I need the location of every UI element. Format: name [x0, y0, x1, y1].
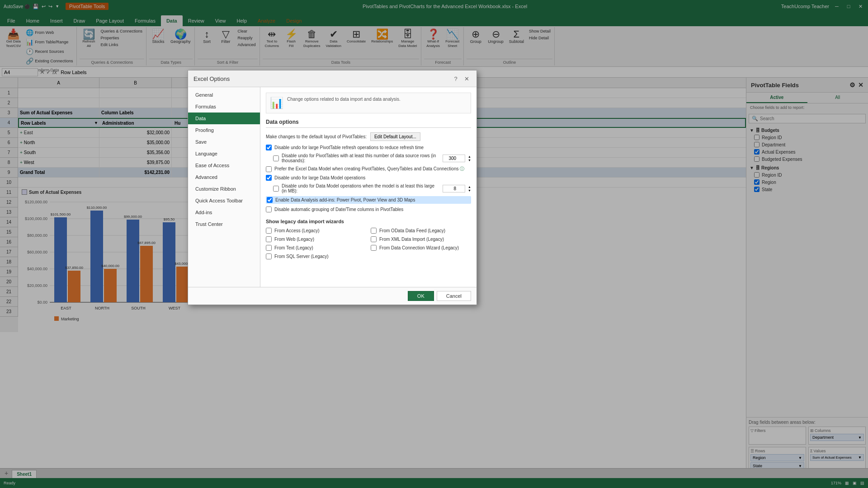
data-model-size-input[interactable] — [443, 185, 465, 192]
undo-pivot-nested-label: Disable undo for PivotTables with at lea… — [282, 153, 440, 163]
data-model-size-checkbox[interactable] — [273, 186, 279, 192]
nav-ease-of-access[interactable]: Ease of Access — [188, 160, 260, 171]
legacy-xml: From XML Data Import (Legacy) — [371, 236, 471, 242]
nav-add-ins[interactable]: Add-ins — [188, 206, 260, 218]
dialog-title-text: Excel Options — [193, 75, 230, 82]
legacy-odata-label: From OData Data Feed (Legacy) — [379, 228, 445, 233]
dialog-section-title: Data options — [266, 119, 471, 128]
data-options-icon: 📊 — [270, 97, 283, 109]
dialog-body: General Formulas Data Proofing Save Lang… — [188, 87, 476, 287]
legacy-col1: From Access (Legacy) From Web (Legacy) F… — [266, 228, 366, 262]
nav-general[interactable]: General — [188, 89, 260, 101]
disable-undo-pivot-checkbox[interactable] — [266, 145, 272, 150]
dialog-intro: 📊 Change options related to data import … — [266, 93, 471, 113]
legacy-web-checkbox[interactable] — [266, 236, 272, 242]
legacy-text-checkbox[interactable] — [266, 245, 272, 251]
nav-proofing[interactable]: Proofing — [188, 124, 260, 136]
legacy-text-label: From Text (Legacy) — [274, 245, 313, 250]
undo-pivot-spin-up[interactable]: ▲ — [468, 155, 471, 158]
enable-data-analysis-checkbox[interactable] — [267, 197, 273, 203]
disable-grouping-checkbox[interactable] — [266, 206, 272, 212]
dialog-overlay: Excel Options ? ✕ General Formulas Data … — [0, 0, 868, 488]
dialog-title-bar: Excel Options ? ✕ — [188, 70, 476, 87]
legacy-access-checkbox[interactable] — [266, 228, 272, 234]
edit-default-layout-btn[interactable]: Edit Default Layout... — [370, 132, 420, 141]
legacy-odata-checkbox[interactable] — [371, 228, 377, 234]
nav-customize-ribbon[interactable]: Customize Ribbon — [188, 183, 260, 195]
make-changes-row: Make changes to the default layout of Pi… — [266, 132, 471, 141]
data-model-spin-down[interactable]: ▼ — [468, 189, 471, 192]
nav-data[interactable]: Data — [188, 113, 260, 124]
option-data-model-size: Disable undo for Data Model operations w… — [273, 183, 471, 193]
undo-pivot-nested-checkbox[interactable] — [273, 155, 279, 161]
prefer-data-model-checkbox[interactable] — [266, 166, 272, 172]
nav-save[interactable]: Save — [188, 136, 260, 148]
disable-undo-data-model-label: Disable undo for large Data Model operat… — [274, 175, 365, 180]
dialog-intro-text: Change options related to data import an… — [287, 97, 401, 102]
disable-undo-data-model-checkbox[interactable] — [266, 175, 272, 181]
legacy-grid: From Access (Legacy) From Web (Legacy) F… — [266, 228, 471, 262]
undo-pivot-spin-down[interactable]: ▼ — [468, 159, 471, 162]
disable-undo-pivot-label: Disable undo for large PivotTable refres… — [274, 145, 424, 150]
nav-language[interactable]: Language — [188, 148, 260, 160]
cancel-button[interactable]: Cancel — [437, 291, 471, 301]
legacy-xml-checkbox[interactable] — [371, 236, 377, 242]
legacy-web: From Web (Legacy) — [266, 236, 366, 242]
legacy-data-connection-checkbox[interactable] — [371, 245, 377, 251]
prefer-data-model-label: Prefer the Excel Data Model when creatin… — [274, 166, 464, 172]
legacy-title: Show legacy data import wizards — [266, 219, 471, 224]
legacy-text: From Text (Legacy) — [266, 245, 366, 251]
legacy-section: Show legacy data import wizards From Acc… — [266, 219, 471, 262]
dialog-close-btn[interactable]: ✕ — [462, 74, 471, 83]
make-changes-label: Make changes to the default layout of Pi… — [266, 134, 367, 139]
enable-data-analysis-label: Enable Data Analysis add-ins: Power Pivo… — [275, 197, 415, 202]
option-disable-undo-pivot: Disable undo for large PivotTable refres… — [266, 145, 471, 150]
legacy-odata: From OData Data Feed (Legacy) — [371, 228, 471, 234]
legacy-data-connection-label: From Data Connection Wizard (Legacy) — [379, 245, 459, 250]
dialog-nav: General Formulas Data Proofing Save Lang… — [188, 87, 260, 287]
legacy-col2: From OData Data Feed (Legacy) From XML D… — [371, 228, 471, 262]
option-prefer-data-model: Prefer the Excel Data Model when creatin… — [266, 166, 471, 172]
nav-quick-access[interactable]: Quick Access Toolbar — [188, 195, 260, 206]
disable-grouping-label: Disable automatic grouping of Date/Time … — [274, 207, 403, 212]
excel-options-dialog: Excel Options ? ✕ General Formulas Data … — [188, 70, 477, 305]
option-enable-data-analysis: Enable Data Analysis add-ins: Power Pivo… — [266, 196, 471, 204]
nav-advanced[interactable]: Advanced — [188, 171, 260, 183]
dialog-help-btn[interactable]: ? — [451, 74, 460, 83]
nav-formulas[interactable]: Formulas — [188, 101, 260, 113]
option-disable-undo-data-model: Disable undo for large Data Model operat… — [266, 175, 471, 181]
legacy-web-label: From Web (Legacy) — [274, 237, 314, 242]
legacy-sql-checkbox[interactable] — [266, 253, 272, 259]
option-disable-grouping: Disable automatic grouping of Date/Time … — [266, 206, 471, 212]
legacy-data-connection: From Data Connection Wizard (Legacy) — [371, 245, 471, 251]
nav-trust-center[interactable]: Trust Center — [188, 218, 260, 230]
legacy-xml-label: From XML Data Import (Legacy) — [379, 237, 444, 242]
legacy-access: From Access (Legacy) — [266, 228, 366, 234]
legacy-access-label: From Access (Legacy) — [274, 228, 319, 233]
undo-pivot-number-input[interactable] — [443, 155, 465, 162]
dialog-footer: OK Cancel — [188, 287, 476, 305]
dialog-title-buttons: ? ✕ — [451, 74, 471, 83]
dialog-content: 📊 Change options related to data import … — [260, 87, 476, 287]
data-model-spin-up[interactable]: ▲ — [468, 185, 471, 188]
ok-button[interactable]: OK — [408, 291, 434, 301]
legacy-sql: From SQL Server (Legacy) — [266, 253, 366, 259]
legacy-sql-label: From SQL Server (Legacy) — [274, 254, 329, 259]
data-model-size-label: Disable undo for Data Model operations w… — [282, 183, 440, 193]
option-undo-pivot-nested: Disable undo for PivotTables with at lea… — [273, 153, 471, 163]
